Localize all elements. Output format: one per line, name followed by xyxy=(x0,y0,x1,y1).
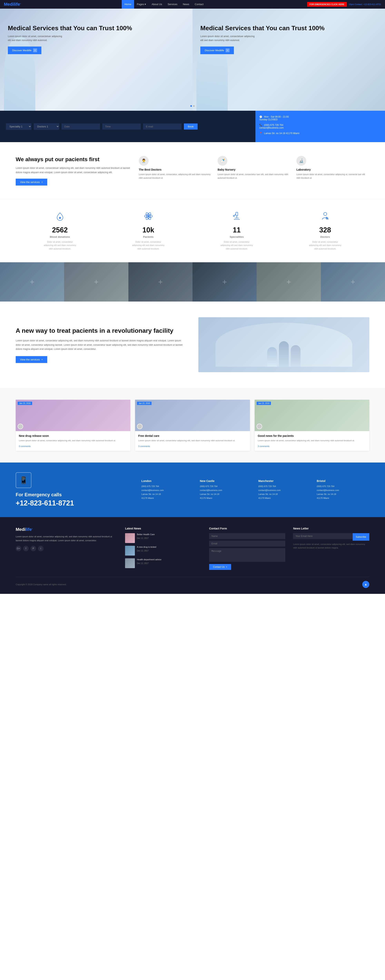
atom-icon xyxy=(104,211,192,223)
time-input[interactable] xyxy=(102,124,141,130)
footer-contact-form: Contact Form Contact Us + xyxy=(209,527,285,571)
photo-6: + xyxy=(321,262,385,302)
news-thumb-3 xyxy=(125,558,135,568)
nav-contact[interactable]: Contact xyxy=(192,0,206,9)
stat-number-spec: 11 xyxy=(192,226,281,234)
blog-comments-3[interactable]: 3 comments xyxy=(258,445,269,447)
appointment-form: Speciality 1 Doctors 1 Book xyxy=(0,111,255,142)
blog-author-3 xyxy=(257,424,262,429)
navbar-contact: 10pm Contact: +12-823-611-8721 xyxy=(349,3,381,5)
photo-2: + xyxy=(64,262,128,302)
stat-number-patients: 10k xyxy=(104,226,192,234)
footer-about: Medilife+ Lorem ipsum dolor sit amet, co… xyxy=(16,527,117,571)
contact-submit-btn[interactable]: Contact Us + xyxy=(209,564,231,570)
contact-email-input[interactable] xyxy=(209,541,285,547)
hero-text-1: Lorem ipsum dolor sit amet, consectetuer… xyxy=(8,35,63,42)
city-bristol: Bristol (000) 675 729 764contact@busines… xyxy=(317,479,369,500)
photo-strip: + + + + + + xyxy=(0,262,385,302)
logo-life: life xyxy=(14,2,20,7)
city-details-bristol: (000) 675 729 764contact@business.comLam… xyxy=(317,485,369,500)
appt-submit-btn[interactable]: Book xyxy=(184,124,198,130)
blog-author-2 xyxy=(137,424,143,429)
footer-contact-title: Contact Form xyxy=(209,527,285,530)
twitter-icon[interactable]: t xyxy=(38,546,44,551)
doctors-group-img xyxy=(215,323,352,367)
hero-btn-2[interactable]: Discover Medilife + xyxy=(200,46,234,54)
hero-btn-1[interactable]: Discover Medilife + xyxy=(8,46,41,54)
city-name-bristol: Bristol xyxy=(317,479,369,482)
doc-fig-3 xyxy=(291,345,301,367)
city-newcastle: New Castle (000) 675 729 764contact@busi… xyxy=(200,479,252,500)
svg-rect-7 xyxy=(236,212,238,216)
svg-point-12 xyxy=(324,212,327,216)
blog-img-2: Jan 23, 2018 xyxy=(135,400,250,431)
blood-icon xyxy=(16,211,104,223)
nav-pages[interactable]: Pages ▾ xyxy=(134,0,149,9)
contact-message-input[interactable] xyxy=(209,548,285,562)
blog-title-1: New drug release soon xyxy=(19,434,127,438)
google-plus-icon[interactable]: G+ xyxy=(16,546,21,551)
banner-title: For Emergency calls xyxy=(16,492,130,498)
blog-card-3: Jan 23, 2018 Good news for the pacients … xyxy=(255,400,369,451)
stat-patients: 10k Pacients Dolor sit amet, consectetur… xyxy=(104,211,192,251)
stats-section: 2562 Blood donations Dolor sit amet, con… xyxy=(0,199,385,262)
newsletter-btn[interactable]: Subscribe xyxy=(353,533,369,541)
feature-title-2: Baby Nursery xyxy=(218,168,290,171)
feature-icon-3: 🔬 xyxy=(296,156,306,166)
blog-title-2: Free dental care xyxy=(138,434,247,438)
nav-about[interactable]: About Us xyxy=(149,0,165,9)
doc-fig-2 xyxy=(279,341,289,367)
blog-comments-1[interactable]: 0 comments xyxy=(19,445,30,447)
photo-1: + xyxy=(0,262,64,302)
stat-label-doctors: Doctors xyxy=(281,235,369,238)
newsletter-input[interactable] xyxy=(293,533,352,539)
nav-links: Home Pages ▾ About Us Services News Cont… xyxy=(122,0,206,9)
email-input[interactable] xyxy=(143,124,182,130)
info-address: 📍 Lamas Str. no 14-18 41170 Miami xyxy=(259,132,381,135)
stat-label-blood: Blood donations xyxy=(16,235,104,238)
news-item-1: Better Health Care Dec 12, 2017 xyxy=(125,533,201,543)
footer-bottom: Copyright © 2018 Company name all rights… xyxy=(16,577,369,588)
news-date-1: Dec 12, 2017 xyxy=(137,537,149,539)
doctor-icon xyxy=(281,211,369,223)
news-content-1: Better Health Care Dec 12, 2017 xyxy=(137,533,155,543)
features-desc: Lorem ipsum dolor sit amet, consectetuer… xyxy=(16,166,131,175)
blog-card-2: Jan 23, 2018 Free dental care Lorem ipsu… xyxy=(135,400,250,451)
feature-title-1: The Best Doctors xyxy=(139,168,212,171)
features-right: 👨‍⚕️ The Best Doctors Lorem ipsum dolor … xyxy=(139,156,369,180)
feature-text-3: Lorem ipsum dolor sit amet, consectetur … xyxy=(296,173,369,180)
footer-logo: Medilife+ xyxy=(16,527,117,532)
view-services-btn[interactable]: View the services + xyxy=(16,179,47,186)
treat-left: A new way to treat pacients in a revolut… xyxy=(16,327,187,363)
blog-section: Jan 23, 2018 New drug release soon Lorem… xyxy=(0,388,385,463)
footer-social: G+ f P t xyxy=(16,546,117,551)
back-to-top-btn[interactable]: ▲ xyxy=(362,581,369,588)
logo-dot: + xyxy=(20,3,21,5)
location-icon: 📍 xyxy=(259,132,262,135)
treat-view-btn[interactable]: View the services + xyxy=(16,356,47,363)
nav-services[interactable]: Services xyxy=(165,0,180,9)
pinterest-icon[interactable]: P xyxy=(30,546,36,551)
nav-news[interactable]: News xyxy=(180,0,192,9)
speciality-select[interactable]: Speciality 1 xyxy=(6,123,32,130)
hero-dot-2[interactable] xyxy=(193,105,195,107)
stat-blood: 2562 Blood donations Dolor sit amet, con… xyxy=(16,211,104,251)
emergency-btn[interactable]: FOR EMERGENCIES CLICK HERE xyxy=(307,2,347,7)
footer-newsletter: News Letter Subscribe Lorem ipsum dolor … xyxy=(293,527,369,571)
stat-desc-doctors: Dolor sit amet, consectetur adipiscing e… xyxy=(307,240,343,251)
blue-banner: 📱 For Emergency calls +12-823-611-8721 L… xyxy=(0,463,385,517)
contact-name-input[interactable] xyxy=(209,533,285,539)
news-content-2: A new drug is tested Dec 12, 2017 xyxy=(137,546,156,555)
info-hours: 🕐 Mon - Sat 08:00 - 21:00 Sunday CLOSED xyxy=(259,115,381,121)
blog-comments-2[interactable]: 3 comments xyxy=(138,445,150,447)
date-input[interactable] xyxy=(62,124,100,130)
feature-title-3: Laboratory xyxy=(296,168,369,171)
news-title-1: Better Health Care xyxy=(137,533,155,536)
nav-home[interactable]: Home xyxy=(122,0,134,9)
hero-dot-1[interactable] xyxy=(190,105,192,107)
logo[interactable]: Medilife+ xyxy=(4,2,21,7)
facebook-icon[interactable]: f xyxy=(23,546,29,551)
doctor-select[interactable]: Doctors 1 xyxy=(34,123,59,130)
banner-left: 📱 For Emergency calls +12-823-611-8721 xyxy=(16,473,130,507)
treat-heading: A new way to treat pacients in a revolut… xyxy=(16,327,187,335)
